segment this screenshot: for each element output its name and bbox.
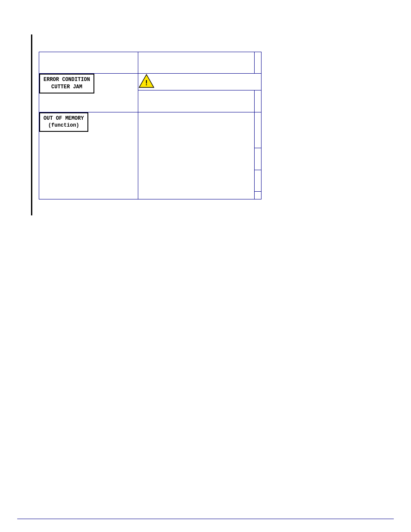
out-of-memory-line2: (function) <box>48 122 79 128</box>
svg-text:!: ! <box>145 79 147 87</box>
main-table: ERROR CONDITION CUTTER JAM ! <box>39 52 262 199</box>
bottom-border-line <box>17 519 394 519</box>
header-col3 <box>255 52 262 74</box>
cutter-jam-line2: CUTTER JAM <box>51 84 82 90</box>
cutter-jam-col3-content <box>255 90 262 112</box>
out-of-memory-col3-sub4 <box>255 192 262 199</box>
out-of-memory-row: OUT OF MEMORY (function) <box>39 112 262 148</box>
warning-icon-cell: ! <box>138 74 262 90</box>
margin-bar <box>31 34 32 215</box>
cutter-jam-col2-content <box>138 90 255 112</box>
out-of-memory-line1: OUT OF MEMORY <box>44 115 84 121</box>
out-of-memory-col3-sub2 <box>255 148 262 170</box>
cutter-jam-display: ERROR CONDITION CUTTER JAM <box>39 74 94 93</box>
header-col1 <box>39 52 138 74</box>
out-of-memory-col2-content <box>138 112 255 199</box>
warning-triangle-icon: ! <box>138 74 155 88</box>
cutter-jam-line1: ERROR CONDITION <box>44 77 90 83</box>
cutter-jam-lcd-cell: ERROR CONDITION CUTTER JAM <box>39 74 138 112</box>
table-header-row <box>39 52 262 74</box>
out-of-memory-lcd-cell: OUT OF MEMORY (function) <box>39 112 138 199</box>
page-container: ERROR CONDITION CUTTER JAM ! <box>0 0 411 532</box>
header-col2 <box>138 52 255 74</box>
cutter-jam-row: ERROR CONDITION CUTTER JAM ! <box>39 74 262 90</box>
out-of-memory-col3-sub3 <box>255 170 262 192</box>
out-of-memory-display: OUT OF MEMORY (function) <box>39 112 88 132</box>
out-of-memory-col3-sub1 <box>255 112 262 148</box>
